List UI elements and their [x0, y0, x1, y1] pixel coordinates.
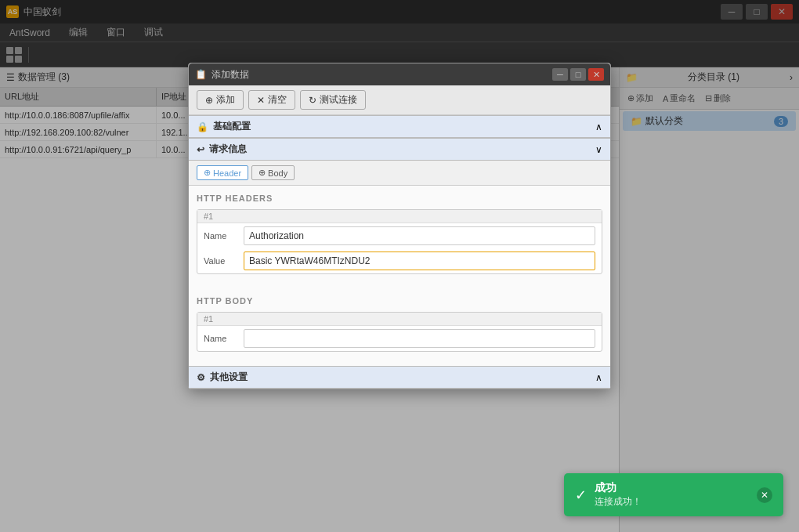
modal-maximize-btn[interactable]: □	[570, 68, 586, 81]
modal-title: 📋 添加数据	[195, 68, 249, 81]
http-body-name-field: Name	[197, 326, 602, 351]
header-name-input[interactable]	[244, 226, 595, 245]
other-settings-section[interactable]: ⚙ 其他设置 ∧	[189, 366, 610, 389]
test-icon: ↻	[309, 95, 316, 106]
add-button[interactable]: ⊕ 添加	[197, 90, 244, 110]
modal-title-text: 添加数据	[212, 68, 249, 81]
name-label: Name	[204, 231, 239, 241]
other-settings-label: ⚙ 其他设置	[197, 371, 248, 384]
modal-minimize-btn[interactable]: ─	[552, 68, 568, 81]
modal-body: HTTP HEADERS #1 Name Value HTTP BODY	[189, 186, 610, 366]
test-connection-button[interactable]: ↻ 测试连接	[300, 90, 366, 110]
modal-overlay: 📋 添加数据 ─ □ ✕ ⊕ 添加 ✕ 清空 ↻ 测试连接	[0, 0, 799, 532]
http-headers-section: HTTP HEADERS #1 Name Value	[189, 186, 610, 288]
tab-body[interactable]: ⊕ Body	[251, 165, 295, 180]
http-header-item-num: #1	[197, 210, 602, 223]
http-body-section: HTTP BODY #1 Name	[189, 288, 610, 366]
clear-icon: ✕	[257, 95, 265, 106]
request-icon: ↩	[197, 144, 204, 155]
toast-close-button[interactable]: ✕	[757, 487, 772, 503]
request-info-label: ↩ 请求信息	[197, 143, 247, 156]
clear-button[interactable]: ✕ 清空	[248, 90, 295, 110]
check-icon: ✓	[575, 487, 587, 504]
http-headers-title: HTTP HEADERS	[197, 194, 602, 203]
modal-close-btn[interactable]: ✕	[588, 68, 604, 81]
basic-icon: 🔒	[197, 121, 208, 132]
add-icon: ⊕	[205, 95, 213, 106]
collapse-icon: ∧	[595, 121, 602, 132]
modal-controls: ─ □ ✕	[552, 68, 604, 81]
add-data-modal: 📋 添加数据 ─ □ ✕ ⊕ 添加 ✕ 清空 ↻ 测试连接	[188, 63, 611, 389]
body-name-input[interactable]	[244, 329, 595, 348]
other-collapse-icon: ∧	[595, 372, 602, 383]
header-value-input[interactable]	[244, 252, 595, 270]
value-label: Value	[204, 256, 239, 266]
toast-text: 成功 连接成功！	[595, 481, 749, 508]
gear-icon: ⚙	[197, 372, 205, 383]
modal-title-bar: 📋 添加数据 ─ □ ✕	[189, 63, 610, 85]
basic-config-label: 🔒 基础配置	[197, 120, 251, 133]
http-body-item-1: #1 Name	[197, 312, 602, 352]
body-name-label: Name	[204, 334, 239, 343]
expand-chevron-icon: ∨	[595, 144, 602, 155]
tab-header[interactable]: ⊕ Header	[197, 165, 248, 180]
request-info-section[interactable]: ↩ 请求信息 ∨	[189, 138, 610, 161]
http-header-value-field: Value	[197, 248, 602, 273]
plus-body-icon: ⊕	[258, 168, 266, 178]
success-toast: ✓ 成功 连接成功！ ✕	[564, 473, 783, 516]
http-body-title: HTTP BODY	[197, 296, 602, 306]
http-header-item-1: #1 Name Value	[197, 209, 602, 274]
http-body-item-num: #1	[197, 313, 602, 326]
plus-tab-icon: ⊕	[204, 168, 211, 178]
http-header-name-field: Name	[197, 223, 602, 248]
basic-config-section[interactable]: 🔒 基础配置 ∧	[189, 115, 610, 138]
modal-toolbar: ⊕ 添加 ✕ 清空 ↻ 测试连接	[189, 85, 610, 115]
modal-icon: 📋	[195, 69, 207, 80]
toast-title: 成功	[595, 481, 749, 495]
tab-row: ⊕ Header ⊕ Body	[189, 161, 610, 186]
toast-subtitle: 连接成功！	[595, 495, 749, 508]
